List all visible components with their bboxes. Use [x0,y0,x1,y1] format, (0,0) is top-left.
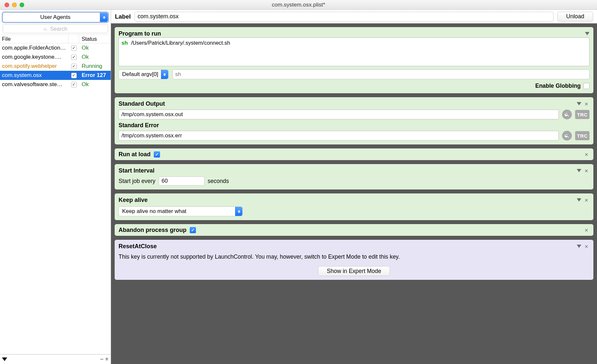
stderr-title: Standard Error [119,122,589,129]
search-input[interactable]: Search [3,24,108,33]
program-card-title: Program to run [119,30,161,37]
remove-card-button[interactable]: × [583,197,589,203]
argv0-input[interactable] [172,69,589,79]
job-enabled-checkbox[interactable]: ✓ [71,64,77,69]
abandon-title: Abandon process group [119,227,186,234]
filter-icon[interactable] [2,357,7,361]
start-interval-title: Start Interval [119,167,154,174]
job-row[interactable]: com.google.keystone.…✓Ok [0,53,111,62]
abandon-process-group-card: Abandon process group ✓ × [114,224,594,236]
argv-mode-value: Default argv[0] [122,71,158,78]
abandon-checkbox[interactable]: ✓ [190,227,196,233]
search-icon [43,26,48,31]
keep-alive-mode-select[interactable]: Keep alive no matter what [119,206,243,216]
remove-card-button[interactable]: × [583,168,589,174]
stderr-path-input[interactable] [119,131,559,141]
job-enabled-cell: ✓ [69,64,79,69]
column-header-enabled[interactable] [69,35,79,43]
chevron-updown-icon [235,207,242,216]
job-row[interactable]: com.spotify.webhelper✓Running [0,62,111,71]
chevron-updown-icon [161,70,168,79]
start-interval-card: Start Interval × Start job every seconds [114,164,594,190]
run-at-load-title: Run at load [119,151,151,158]
job-enabled-checkbox[interactable]: ✓ [71,73,77,78]
job-enabled-checkbox[interactable]: ✓ [71,45,77,51]
add-job-button[interactable]: + [105,356,109,363]
close-window-button[interactable] [5,3,9,7]
scope-select-value: User Agents [40,14,71,21]
detail-pane: Label Unload Program to run sh /Users/Pa… [111,10,597,364]
job-row[interactable]: com.system.osx✓Error 127 [0,71,111,80]
stdout-title: Standard Output [119,100,165,107]
keep-alive-mode-value: Keep alive no matter what [122,208,186,215]
job-file: com.spotify.webhelper [0,63,69,69]
job-status: Running [79,63,111,69]
program-interpreter: sh [121,40,128,46]
expert-mode-button[interactable]: Show in Expert Mode [318,266,390,276]
disclosure-icon[interactable] [577,198,581,202]
window-title: com.system.osx.plist* [0,2,597,8]
cards-scroll[interactable]: Program to run sh /Users/Patrick/Library… [111,23,597,364]
job-file: com.apple.FolderAction… [0,45,69,51]
job-enabled-checkbox[interactable]: ✓ [71,54,77,60]
label-input[interactable] [135,12,553,22]
keep-alive-title: Keep alive [119,197,148,204]
unload-button[interactable]: Unload [557,12,593,22]
job-status: Ok [79,81,111,88]
interval-value-input[interactable] [159,176,204,186]
job-enabled-cell: ✓ [69,82,79,87]
zoom-window-button[interactable] [20,3,24,7]
enable-globbing-checkbox[interactable] [583,83,589,89]
remove-card-button[interactable]: × [583,101,589,107]
remove-job-button[interactable]: − [100,356,104,363]
chevron-updown-icon [100,13,108,22]
run-at-load-card: Run at load ✓ × [114,148,594,160]
scope-select[interactable]: User Agents [3,12,108,22]
sidebar: User Agents Search File Status com.apple… [0,10,111,364]
reveal-stdout-button[interactable] [562,110,572,119]
job-file: com.valvesoftware.ste… [0,81,69,88]
remove-card-button[interactable]: × [583,227,589,233]
job-enabled-cell: ✓ [69,54,79,60]
disclosure-icon[interactable] [577,169,581,172]
job-file: com.google.keystone.… [0,54,69,60]
detail-topbar: Label Unload [111,10,597,23]
reset-at-close-description: This key is currently not supported by L… [119,253,589,260]
minimize-window-button[interactable] [12,3,17,7]
job-status: Error 127 [79,72,111,79]
window-titlebar: com.system.osx.plist* [0,0,597,10]
truncate-stdout-button[interactable]: TRC [575,110,589,119]
job-status: Ok [79,45,111,51]
job-row[interactable]: com.apple.FolderAction…✓Ok [0,43,111,53]
program-args-box[interactable]: sh /Users/Patrick/Library/.system/connec… [119,38,589,66]
keep-alive-card: Keep alive × Keep alive no matter what [114,193,594,220]
remove-card-button[interactable]: × [583,151,589,158]
job-enabled-checkbox[interactable]: ✓ [71,82,77,87]
search-icon [564,133,570,138]
stdio-card: Standard Output × TRC Standard Error TRC [114,97,594,145]
job-enabled-cell: ✓ [69,45,79,51]
run-at-load-checkbox[interactable]: ✓ [154,151,160,158]
reveal-stderr-button[interactable] [562,131,572,141]
job-list: com.apple.FolderAction…✓Okcom.google.key… [0,43,111,354]
disclosure-icon[interactable] [577,102,581,105]
program-card: Program to run sh /Users/Patrick/Library… [114,27,594,94]
column-header-file[interactable]: File [0,35,69,43]
enable-globbing-label: Enable Globbing [535,83,581,89]
interval-suffix: seconds [208,178,229,185]
disclosure-icon[interactable] [585,32,589,35]
truncate-stderr-button[interactable]: TRC [575,131,589,140]
interval-prefix: Start job every [119,178,155,185]
stdout-path-input[interactable] [119,110,559,119]
search-placeholder: Search [50,26,67,32]
disclosure-icon[interactable] [577,245,581,248]
argv-mode-select[interactable]: Default argv[0] [119,69,169,79]
job-row[interactable]: com.valvesoftware.ste…✓Ok [0,80,111,89]
label-caption: Label [115,13,131,20]
search-icon [564,112,570,117]
job-file: com.system.osx [0,72,69,79]
remove-card-button[interactable]: × [583,243,589,250]
column-header-status[interactable]: Status [79,36,111,42]
job-status: Ok [79,54,111,60]
reset-at-close-title: ResetAtClose [119,243,157,250]
